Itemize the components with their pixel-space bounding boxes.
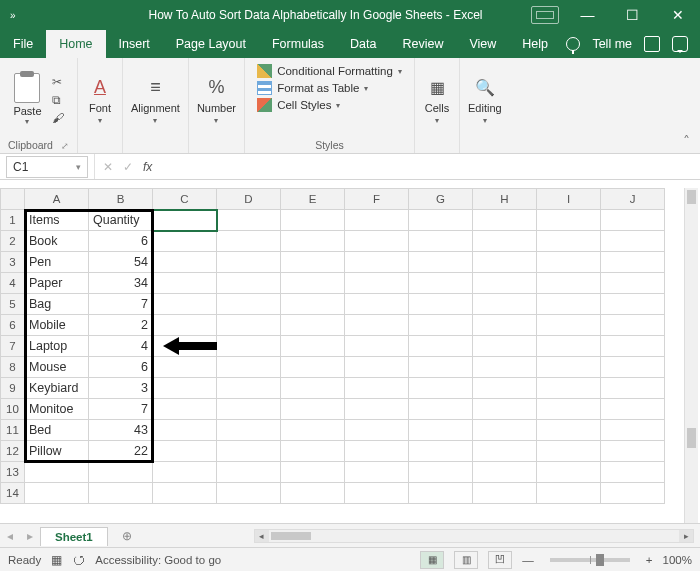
row-header-2[interactable]: 2: [1, 231, 25, 252]
sheet-nav-prev-icon[interactable]: ◂: [0, 529, 20, 543]
cell-H14[interactable]: [473, 483, 537, 504]
cell-H8[interactable]: [473, 357, 537, 378]
name-box[interactable]: C1 ▾: [6, 156, 88, 178]
row-header-8[interactable]: 8: [1, 357, 25, 378]
cell-J9[interactable]: [601, 378, 665, 399]
cell-B2[interactable]: 6: [89, 231, 153, 252]
cell-E12[interactable]: [281, 441, 345, 462]
cell-F6[interactable]: [345, 315, 409, 336]
cell-C4[interactable]: [153, 273, 217, 294]
row-header-1[interactable]: 1: [1, 210, 25, 231]
cell-D9[interactable]: [217, 378, 281, 399]
accessibility-icon[interactable]: ⭯: [72, 552, 85, 567]
cell-A9[interactable]: Keybiard: [25, 378, 89, 399]
cell-B9[interactable]: 3: [89, 378, 153, 399]
cell-I5[interactable]: [537, 294, 601, 315]
cell-F5[interactable]: [345, 294, 409, 315]
tab-help[interactable]: Help: [509, 30, 561, 58]
cell-A3[interactable]: Pen: [25, 252, 89, 273]
cell-G10[interactable]: [409, 399, 473, 420]
cell-C14[interactable]: [153, 483, 217, 504]
formula-input[interactable]: [160, 156, 700, 178]
tab-view[interactable]: View: [456, 30, 509, 58]
column-header-B[interactable]: B: [89, 189, 153, 210]
column-header-C[interactable]: C: [153, 189, 217, 210]
maximize-button[interactable]: ☐: [610, 0, 655, 30]
accessibility-label[interactable]: Accessibility: Good to go: [95, 554, 221, 566]
tab-insert[interactable]: Insert: [106, 30, 163, 58]
row-header-11[interactable]: 11: [1, 420, 25, 441]
cell-C8[interactable]: [153, 357, 217, 378]
cell-D13[interactable]: [217, 462, 281, 483]
column-header-A[interactable]: A: [25, 189, 89, 210]
cell-A8[interactable]: Mouse: [25, 357, 89, 378]
spreadsheet-grid[interactable]: ABCDEFGHIJ 1ItemsQuantity2Book63Pen544Pa…: [0, 180, 700, 523]
cell-D14[interactable]: [217, 483, 281, 504]
row-header-4[interactable]: 4: [1, 273, 25, 294]
cell-F8[interactable]: [345, 357, 409, 378]
row-header-9[interactable]: 9: [1, 378, 25, 399]
share-icon[interactable]: [644, 36, 660, 52]
cell-H3[interactable]: [473, 252, 537, 273]
view-page-break-button[interactable]: 凹: [488, 551, 512, 569]
horizontal-scrollbar[interactable]: ◂ ▸: [254, 529, 694, 543]
cell-C9[interactable]: [153, 378, 217, 399]
cut-icon[interactable]: ✂: [52, 75, 64, 89]
paste-button[interactable]: Paste ▾: [13, 73, 41, 126]
cell-I3[interactable]: [537, 252, 601, 273]
format-as-table-button[interactable]: Format as Table ▾: [257, 81, 402, 95]
cell-H6[interactable]: [473, 315, 537, 336]
tellme-label[interactable]: Tell me: [592, 37, 632, 51]
editing-button[interactable]: 🔍 Editing ▾: [468, 74, 502, 125]
cell-C6[interactable]: [153, 315, 217, 336]
cancel-formula-icon[interactable]: ✕: [103, 160, 113, 174]
cell-I4[interactable]: [537, 273, 601, 294]
cell-A12[interactable]: Pillow: [25, 441, 89, 462]
zoom-in-button[interactable]: +: [646, 554, 653, 566]
cell-C13[interactable]: [153, 462, 217, 483]
cell-F7[interactable]: [345, 336, 409, 357]
cell-B8[interactable]: 6: [89, 357, 153, 378]
cell-J14[interactable]: [601, 483, 665, 504]
row-header-10[interactable]: 10: [1, 399, 25, 420]
cell-C5[interactable]: [153, 294, 217, 315]
cell-C10[interactable]: [153, 399, 217, 420]
cell-F14[interactable]: [345, 483, 409, 504]
cell-G9[interactable]: [409, 378, 473, 399]
ribbon-display-options-icon[interactable]: [531, 6, 559, 24]
cell-E13[interactable]: [281, 462, 345, 483]
column-header-H[interactable]: H: [473, 189, 537, 210]
cell-H12[interactable]: [473, 441, 537, 462]
cell-E7[interactable]: [281, 336, 345, 357]
row-header-14[interactable]: 14: [1, 483, 25, 504]
cell-I11[interactable]: [537, 420, 601, 441]
hscroll-right-icon[interactable]: ▸: [679, 530, 693, 542]
cell-G14[interactable]: [409, 483, 473, 504]
cell-D5[interactable]: [217, 294, 281, 315]
number-button[interactable]: % Number ▾: [197, 74, 236, 125]
cell-D3[interactable]: [217, 252, 281, 273]
sheet-nav-next-icon[interactable]: ▸: [20, 529, 40, 543]
cell-I9[interactable]: [537, 378, 601, 399]
cell-H7[interactable]: [473, 336, 537, 357]
cell-G12[interactable]: [409, 441, 473, 462]
fx-icon[interactable]: fx: [143, 160, 152, 174]
cells-button[interactable]: ▦ Cells ▾: [423, 74, 451, 125]
macro-record-icon[interactable]: ▦: [51, 553, 62, 567]
cell-D4[interactable]: [217, 273, 281, 294]
cell-F1[interactable]: [345, 210, 409, 231]
conditional-formatting-button[interactable]: Conditional Formatting ▾: [257, 64, 402, 78]
cell-A2[interactable]: Book: [25, 231, 89, 252]
cell-G2[interactable]: [409, 231, 473, 252]
cell-G7[interactable]: [409, 336, 473, 357]
cell-B10[interactable]: 7: [89, 399, 153, 420]
row-header-7[interactable]: 7: [1, 336, 25, 357]
cell-B4[interactable]: 34: [89, 273, 153, 294]
column-header-J[interactable]: J: [601, 189, 665, 210]
alignment-button[interactable]: ≡ Alignment ▾: [131, 74, 180, 125]
cell-G1[interactable]: [409, 210, 473, 231]
cell-E8[interactable]: [281, 357, 345, 378]
cell-E9[interactable]: [281, 378, 345, 399]
cell-F11[interactable]: [345, 420, 409, 441]
row-header-12[interactable]: 12: [1, 441, 25, 462]
